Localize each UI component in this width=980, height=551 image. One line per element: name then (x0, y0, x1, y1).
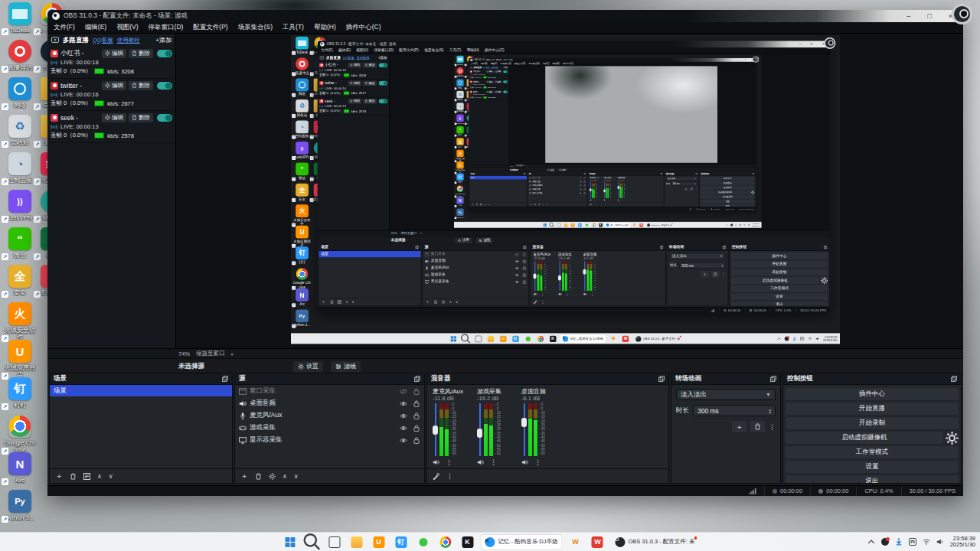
desktop-icon-ToDesk[interactable]: ↗ToDesk (3, 2, 37, 34)
menu-item-7[interactable]: 帮助(H) (314, 23, 336, 32)
tray-volume-icon[interactable] (936, 538, 944, 546)
desktop-icon-微信[interactable]: “↗微信 (3, 227, 37, 259)
add-transition-button[interactable]: ＋ (732, 421, 746, 432)
channel-menu-button[interactable]: ⋮ (490, 458, 497, 466)
edit-stream-button[interactable]: 编辑 (102, 81, 126, 90)
scene-down-button[interactable]: ∨ (109, 473, 113, 480)
remove-transition-button[interactable] (750, 421, 765, 432)
source-row[interactable]: 窗口采集 (235, 385, 424, 397)
taskbar-window-obs-taskbar[interactable]: OBS 31.0.3 - 配置文件: 未 (610, 534, 699, 550)
control-button-0[interactable]: 插件中心 (786, 388, 959, 400)
taskbar-icon-taskview[interactable] (325, 534, 343, 550)
mute-speaker-icon[interactable] (521, 459, 528, 465)
desktop-icon-Arc[interactable]: N↗Arc (3, 452, 37, 484)
edit-stream-button[interactable]: 编辑 (102, 113, 126, 122)
edit-stream-button[interactable]: 编辑 (102, 49, 126, 58)
mute-speaker-icon[interactable] (433, 459, 439, 465)
visibility-eye-icon[interactable] (400, 437, 407, 444)
control-button-5[interactable]: 设置 (786, 461, 959, 473)
tray-wifi-icon[interactable] (923, 538, 930, 546)
popout-icon[interactable] (951, 376, 957, 382)
taskbar-icon-chrome[interactable] (436, 534, 454, 550)
visibility-eye-icon[interactable] (400, 400, 407, 407)
control-button-3[interactable]: 启动虚拟摄像机 (786, 432, 943, 444)
taskbar-icon-explorer[interactable] (347, 534, 365, 550)
source-row[interactable]: 桌面音频 (235, 397, 424, 409)
add-stream-button[interactable]: +添加 (155, 36, 172, 44)
menu-item-0[interactable]: 文件(F) (54, 23, 75, 32)
add-scene-button[interactable]: ＋ (55, 471, 63, 481)
channel-menu-button[interactable]: ⋮ (534, 458, 541, 466)
taskbar-icon-green-app[interactable] (413, 534, 432, 550)
duration-spinner[interactable]: ▴▾ (769, 408, 771, 414)
volume-slider[interactable] (521, 403, 527, 456)
taskbar-icon-search[interactable] (302, 534, 321, 550)
transition-select[interactable]: 淡入淡出▼ (676, 389, 776, 400)
taskbar-clock[interactable]: 23:58:392025/1/30 (950, 536, 975, 549)
delete-stream-button[interactable]: 删除 (129, 113, 153, 122)
delete-stream-button[interactable]: 删除 (129, 49, 153, 58)
lock-icon[interactable] (413, 388, 420, 395)
tray-ime-icon[interactable] (909, 538, 916, 546)
stream-enable-toggle[interactable] (157, 82, 172, 90)
channel-menu-button[interactable]: ⋮ (446, 458, 452, 466)
visibility-eye-icon[interactable] (400, 425, 407, 432)
slider-knob[interactable] (521, 418, 527, 427)
taskbar-icon-kugou-black[interactable]: K (458, 534, 476, 550)
tray-download-icon[interactable] (895, 538, 903, 546)
advanced-audio-button[interactable] (433, 473, 439, 480)
virtual-camera-config-button[interactable] (946, 432, 959, 444)
tray-tray-expand-icon[interactable] (867, 538, 875, 546)
menu-item-5[interactable]: 场景集合(S) (238, 23, 273, 32)
source-properties-button[interactable] (269, 473, 276, 480)
desktop-icon-钉钉[interactable]: 钉↗钉钉 (3, 377, 37, 409)
lock-icon[interactable] (413, 400, 420, 407)
menu-item-8[interactable]: 插件中心(C) (346, 23, 381, 32)
volume-slider[interactable] (477, 403, 482, 456)
desktop-icon-python 3...[interactable]: Py↗python 3... (3, 490, 37, 521)
desktop-icon-网络[interactable]: ↗网络 (3, 77, 37, 109)
desktop-icon-回收站[interactable]: ♻↗回收站 (3, 115, 37, 146)
menu-item-1[interactable]: 编辑(E) (85, 23, 106, 32)
obs-titlebar[interactable]: OBS 31.0.3 - 配置文件: 未命名 - 场景: 游戏 – □ × (47, 10, 963, 22)
popout-icon[interactable] (770, 376, 776, 382)
lock-icon[interactable] (413, 412, 420, 419)
desktop-icon-LetsVPN[interactable]: ))↗LetsVPN (3, 190, 37, 221)
maximize-button[interactable]: □ (927, 12, 931, 20)
volume-slider[interactable] (433, 403, 438, 456)
remove-scene-button[interactable] (70, 473, 77, 480)
source-settings-button[interactable]: 设置 (293, 361, 323, 372)
tray-obs-tray-icon[interactable] (881, 538, 889, 546)
stream-enable-toggle[interactable] (157, 50, 172, 57)
taskbar-window-kugou-window[interactable]: K记忆 - 酷狗音乐 DJ串烧 (480, 534, 562, 550)
slider-knob[interactable] (433, 425, 438, 435)
menu-item-2[interactable]: 视图(V) (116, 23, 138, 32)
obs-logo-desktop-icon[interactable] (952, 4, 972, 24)
desktop-icon-控制面板[interactable]: ◔↗控制面板 (3, 152, 37, 184)
preview-canvas[interactable]: ↗ToDesk↗直播伴侣↗网络♻↗回收站◔↗控制面板))↗LetsVPN“↗微信… (291, 35, 840, 344)
source-row[interactable]: 显示器采集 (235, 434, 424, 446)
source-up-button[interactable]: ∧ (283, 473, 287, 480)
menu-item-3[interactable]: 停靠窗口(D) (149, 23, 184, 32)
desktop-icon-火绒安全软件[interactable]: 火↗火绒安全软件 (3, 302, 37, 341)
taskbar-icon-weread[interactable]: W (566, 534, 584, 550)
lock-icon[interactable] (413, 425, 420, 432)
duration-input[interactable]: 300 ms ▴▾ (693, 405, 776, 416)
remove-source-button[interactable] (255, 473, 262, 480)
scene-filters-button[interactable] (83, 473, 90, 480)
popout-icon[interactable] (222, 376, 228, 382)
popout-icon[interactable] (414, 376, 420, 382)
desktop-icon-直播伴侣[interactable]: ↗直播伴侣 (3, 40, 37, 71)
menu-item-6[interactable]: 工具(T) (283, 23, 304, 32)
source-row[interactable]: 游戏采集 (235, 422, 424, 434)
desktop-icon-安全[interactable]: 全↗安全 (3, 265, 37, 296)
source-down-button[interactable]: ∨ (294, 473, 299, 480)
scene-up-button[interactable]: ∧ (97, 473, 102, 480)
delete-stream-button[interactable]: 删除 (129, 81, 153, 90)
slider-knob[interactable] (477, 429, 482, 438)
control-button-1[interactable]: 开始直播 (786, 403, 959, 415)
source-row[interactable]: 麦克风/Aux (235, 409, 424, 422)
menu-item-4[interactable]: 配置文件(P) (193, 23, 227, 32)
visibility-eye-off-icon[interactable] (400, 388, 407, 395)
minimize-button[interactable]: – (906, 12, 910, 20)
